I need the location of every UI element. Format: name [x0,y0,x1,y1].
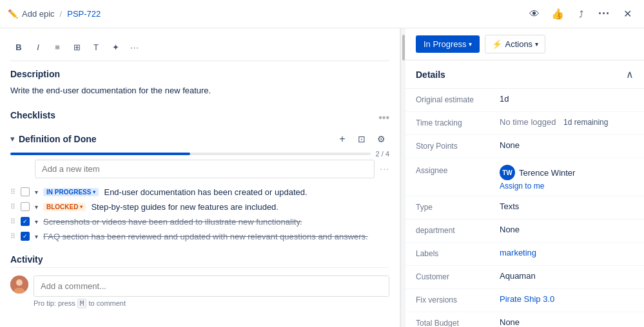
drag-handle[interactable]: ⠿ [10,232,15,241]
status-badge-blocked[interactable]: BLOCKED ▾ [43,203,86,211]
details-header: Details ∧ [405,61,644,89]
add-item-input[interactable] [35,160,375,178]
issue-id[interactable]: PSP-722 [67,9,101,19]
checklist-name-area: ▾ Definition of Done [10,134,97,144]
more-button[interactable]: ··· [595,5,613,23]
item-checkbox[interactable] [21,187,30,196]
detail-row-estimate: Original estimate 1d [405,89,644,112]
checklist-title-row: ▾ Definition of Done + ⊡ ⚙ [10,131,389,147]
detail-row-customer: Customer Aquaman [405,266,644,289]
detail-value: Aquaman [500,271,634,281]
activity-title: Activity [10,254,389,268]
add-item-row: ··· [10,160,389,178]
actions-caret: ▾ [535,41,538,48]
item-checkbox[interactable] [21,232,30,241]
item-checkbox[interactable] [21,202,30,211]
assign-me-link[interactable]: Assign to me [500,182,634,191]
toolbar-list[interactable]: ≡ [49,39,66,55]
drag-handle[interactable]: ⠿ [10,203,15,211]
breadcrumb: ✏️ Add epic / PSP-722 [8,9,101,19]
checklist-progress-count: 2 / 4 [376,150,389,158]
watch-button[interactable]: 👁 [525,5,543,23]
toolbar-bold[interactable]: B [10,39,27,55]
checklists-section: Checklists ••• ▾ Definition of Done + ⊡ … [10,110,389,244]
time-remaining: 1d remaining [563,118,608,127]
checklist-name: Definition of Done [19,134,97,144]
detail-label: Story Points [416,140,500,151]
detail-label: Type [416,201,500,212]
checklist-collapse-icon[interactable]: ▾ [10,134,15,144]
drag-handle[interactable]: ⠿ [10,218,15,226]
detail-value-assignee: TW Terence Winter Assign to me [500,165,634,191]
detail-value-time: No time logged 1d remaining [500,117,634,127]
text-toolbar: B I ≡ ⊞ T ✦ ··· [10,39,389,61]
detail-label: Customer [416,271,500,281]
checklists-header: Checklists ••• [10,110,389,126]
no-time-logged: No time logged [500,117,556,127]
actions-button[interactable]: ⚡ Actions ▾ [485,35,545,53]
checklist-row: ⠿ ▾ Screenshots or videos have been adde… [10,214,389,229]
detail-label: department [416,225,500,235]
status-button[interactable]: In Progress ▾ [416,35,480,53]
share-button[interactable]: ⤴ [572,5,590,23]
comment-input[interactable] [34,276,389,297]
item-chevron[interactable]: ▾ [35,203,38,210]
close-button[interactable]: ✕ [618,5,636,23]
lightning-icon: ⚡ [492,39,502,49]
assignee-name: Terence Winter [519,168,575,178]
item-checkbox[interactable] [21,217,30,226]
toolbar-special[interactable]: ✦ [107,39,124,55]
detail-value: 1d [500,94,634,104]
status-caret: ▾ [469,41,472,48]
avatar-image [10,276,28,294]
right-panel: In Progress ▾ ⚡ Actions ▾ Details ∧ Orig… [405,28,644,327]
main-content: B I ≡ ⊞ T ✦ ··· Description Write the en… [0,28,644,327]
detail-value: None [500,140,634,150]
item-text: FAQ section has been reviewed and update… [43,232,389,241]
toolbar-text[interactable]: T [88,39,104,55]
checklist-progress-fill [10,153,190,155]
item-text: End-user documentation has been created … [104,187,389,197]
thumbsup-button[interactable]: 👍 [549,5,567,23]
detail-row-timetracking: Time tracking No time logged 1d remainin… [405,112,644,135]
detail-row-budget: Total Budget None [405,312,644,327]
item-chevron[interactable]: ▾ [35,233,38,240]
detail-label: Original estimate [416,94,500,104]
checklist-item: ▾ Definition of Done + ⊡ ⚙ 2 / 4 [10,131,389,244]
detail-value-fixversion-link[interactable]: Pirate Ship 3.0 [500,294,634,304]
item-chevron[interactable]: ▾ [35,218,38,225]
checklists-title: Checklists [10,110,55,120]
checklist-icons: + ⊡ ⚙ [334,131,389,147]
avatar [10,276,28,294]
scroll-handle [402,35,405,61]
toolbar-table[interactable]: ⊞ [68,39,85,55]
drag-handle[interactable]: ⠿ [10,188,15,196]
checklist-row: ⠿ ▾ FAQ section has been reviewed and up… [10,229,389,244]
status-label: In Progress [424,39,466,49]
item-chevron[interactable]: ▾ [35,189,38,196]
top-bar: ✏️ Add epic / PSP-722 👁 👍 ⤴ ··· ✕ [0,0,644,28]
collapse-details-icon[interactable]: ∧ [626,68,634,80]
checklist-settings-button[interactable]: ⚙ [373,131,389,147]
add-item-more[interactable]: ··· [380,164,389,174]
checklists-more-icon[interactable]: ••• [378,112,389,124]
detail-row-assignee: Assignee TW Terence Winter Assign to me [405,158,644,196]
assignee-info: TW Terence Winter [500,165,634,180]
epic-link[interactable]: Add epic [22,9,55,19]
toolbar-italic[interactable]: I [30,39,46,55]
description-title: Description [10,69,389,79]
item-text: Screenshots or videos have been added to… [43,217,389,227]
status-badge-inprogress[interactable]: IN PROGRESS ▾ [43,188,99,196]
add-checklist-item-button[interactable]: + [334,131,351,147]
toolbar-more[interactable]: ··· [126,39,143,55]
checklist-expand-button[interactable]: ⊡ [353,131,370,147]
svg-point-1 [16,279,23,286]
detail-value-label-link[interactable]: marketing [500,248,634,257]
left-panel: B I ≡ ⊞ T ✦ ··· Description Write the en… [0,28,400,327]
detail-value: None [500,225,634,234]
detail-label: Fix versions [416,294,500,304]
scroll-divider[interactable] [400,28,405,327]
activity-section: Activity Pro tip: press M to comment [10,254,389,308]
description-text: Write the end-user documentation for the… [10,84,389,97]
detail-label: Assignee [416,165,500,175]
